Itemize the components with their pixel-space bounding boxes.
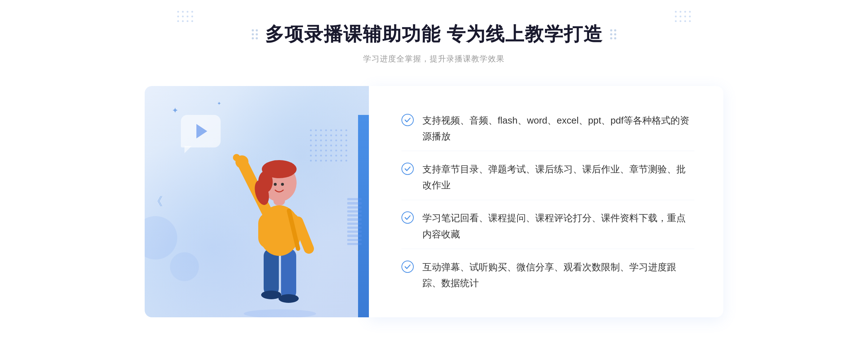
dots-decoration-left <box>177 11 193 22</box>
svg-point-9 <box>233 154 240 161</box>
illustration-panel: ✦ ✦ 《 <box>145 86 369 317</box>
check-icon-1 <box>401 114 414 126</box>
check-icon-4 <box>401 261 414 273</box>
circle-decoration-2 <box>170 252 199 281</box>
title-dots-right <box>610 29 616 39</box>
check-icon-3 <box>401 211 414 224</box>
striped-decoration <box>347 198 362 245</box>
svg-point-4 <box>278 294 299 303</box>
svg-point-3 <box>261 291 281 299</box>
svg-rect-1 <box>264 249 279 296</box>
page-container: 多项录播课辅助功能 专为线上教学打造 学习进度全掌握，提升录播课教学效果 <box>0 0 868 352</box>
circle-decoration-1 <box>145 216 177 259</box>
sparkle-icon-2: ✦ <box>217 100 221 106</box>
dots-decoration-right <box>675 11 691 22</box>
content-area: ✦ ✦ 《 <box>145 86 723 317</box>
features-panel: 支持视频、音频、flash、word、excel、ppt、pdf等各种格式的资源… <box>369 86 723 317</box>
feature-text-2: 支持章节目录、弹题考试、课后练习、课后作业、章节测验、批改作业 <box>422 161 694 193</box>
svg-point-17 <box>281 183 284 186</box>
svg-point-19 <box>402 114 413 126</box>
main-title-container: 多项录播课辅助功能 专为线上教学打造 <box>252 22 616 47</box>
check-icon-2 <box>401 163 414 175</box>
feature-item-1: 支持视频、音频、flash、word、excel、ppt、pdf等各种格式的资源… <box>401 106 694 151</box>
svg-point-22 <box>402 261 413 272</box>
header: 多项录播课辅助功能 专为线上教学打造 学习进度全掌握，提升录播课教学效果 <box>252 22 616 64</box>
svg-rect-2 <box>281 249 296 299</box>
svg-point-21 <box>402 212 413 223</box>
svg-point-0 <box>244 309 316 317</box>
svg-point-16 <box>274 183 277 186</box>
play-icon <box>196 124 207 138</box>
feature-item-2: 支持章节目录、弹题考试、课后练习、课后作业、章节测验、批改作业 <box>401 155 694 200</box>
sparkle-icon-1: ✦ <box>172 106 178 115</box>
feature-item-4: 互动弹幕、试听购买、微信分享、观看次数限制、学习进度跟踪、数据统计 <box>401 253 694 297</box>
feature-text-1: 支持视频、音频、flash、word、excel、ppt、pdf等各种格式的资源… <box>422 112 694 144</box>
chevron-left-icon: 《 <box>151 194 163 210</box>
feature-text-3: 学习笔记回看、课程提问、课程评论打分、课件资料下载，重点内容收藏 <box>422 210 694 242</box>
page-title: 多项录播课辅助功能 专为线上教学打造 <box>265 22 603 47</box>
svg-line-10 <box>298 222 309 249</box>
page-subtitle: 学习进度全掌握，提升录播课教学效果 <box>252 53 616 64</box>
title-dots-left <box>252 29 258 39</box>
feature-item-3: 学习笔记回看、课程提问、课程评论打分、课件资料下载，重点内容收藏 <box>401 203 694 249</box>
video-bubble <box>181 115 221 147</box>
feature-text-4: 互动弹幕、试听购买、微信分享、观看次数限制、学习进度跟踪、数据统计 <box>422 259 694 291</box>
svg-point-20 <box>402 163 413 175</box>
person-illustration <box>222 129 338 317</box>
